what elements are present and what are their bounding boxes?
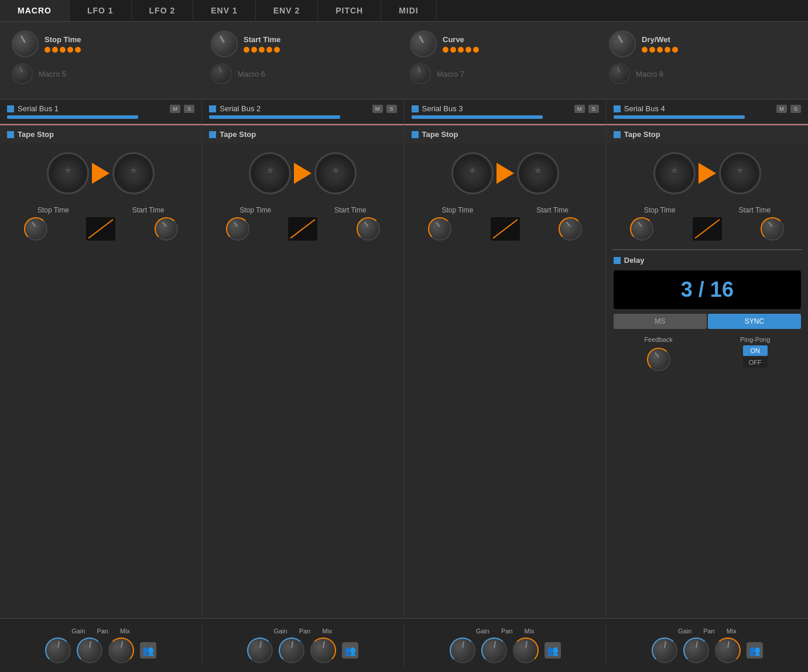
group-icon-3[interactable]: 👥 xyxy=(545,642,561,659)
macro-5-label: Macro 5 xyxy=(39,70,66,78)
gain-knob-2[interactable] xyxy=(247,637,273,663)
pan-label-4: Pan xyxy=(703,628,715,635)
tab-lfo2[interactable]: LFO 2 xyxy=(132,0,194,21)
stop-time-tape-knob-2[interactable] xyxy=(226,217,249,241)
bottom-knobs-4: 👥 xyxy=(652,637,763,663)
sync-button[interactable]: SYNC xyxy=(708,314,801,329)
tape-name-3: Tape Stop xyxy=(422,130,458,139)
macro-group-1: Stop Time Macro 5 xyxy=(12,30,199,90)
reel-left-1[interactable] xyxy=(47,152,89,194)
mix-knob-1[interactable] xyxy=(108,637,134,663)
time-labels-4: Stop Time Start Time xyxy=(607,203,808,214)
stop-time-knob[interactable] xyxy=(12,30,39,57)
pp-off-button[interactable]: OFF xyxy=(743,357,768,368)
stop-time-tape-knob-1[interactable] xyxy=(24,217,47,241)
reel-right-1[interactable] xyxy=(112,152,155,194)
serial-bar-3 xyxy=(412,115,543,119)
serial-header-2: Serial Bus 2 M S xyxy=(209,104,396,113)
dot xyxy=(67,47,73,53)
start-time-tape-knob-2[interactable] xyxy=(357,217,380,241)
knob-row-4 xyxy=(607,214,808,249)
group-icon-4[interactable]: 👥 xyxy=(747,642,763,659)
knob-row-1 xyxy=(0,214,201,249)
pan-label-1: Pan xyxy=(97,628,108,635)
feedback-label: Feedback xyxy=(644,336,672,343)
tape-indicator-4 xyxy=(614,131,621,138)
dot xyxy=(450,47,456,53)
start-time-tape-knob-1[interactable] xyxy=(155,217,178,241)
bottom-col-2: Gain Pan Mix 👥 xyxy=(202,625,404,666)
ping-pong-stack: ON OFF xyxy=(743,345,768,368)
play-btn-4[interactable] xyxy=(699,163,716,184)
dry-wet-knob[interactable] xyxy=(609,30,636,57)
delay-indicator xyxy=(614,257,621,264)
svg-line-2 xyxy=(493,220,518,238)
svg-line-1 xyxy=(290,220,315,238)
curve-knob[interactable] xyxy=(410,30,437,57)
tab-env1[interactable]: ENV 1 xyxy=(193,0,255,21)
group-icon-2[interactable]: 👥 xyxy=(342,642,358,659)
tape-col-2: Tape Stop Stop Time Start Time xyxy=(202,124,404,618)
macro6-knob[interactable] xyxy=(211,63,232,84)
serial-m-btn-3[interactable]: M xyxy=(574,105,585,113)
reel-right-4[interactable] xyxy=(719,152,761,194)
mix-knob-3[interactable] xyxy=(513,637,539,663)
ms-button[interactable]: MS xyxy=(614,314,707,329)
tape-curve-3 xyxy=(491,217,520,241)
dot xyxy=(665,47,670,53)
tab-pitch[interactable]: PITCH xyxy=(318,0,381,21)
start-time-label-1: Start Time xyxy=(132,206,165,214)
pan-knob-2[interactable] xyxy=(279,637,304,663)
serial-s-btn-3[interactable]: S xyxy=(588,105,599,113)
serial-m-btn-4[interactable]: M xyxy=(776,105,787,113)
serial-s-btn-1[interactable]: S xyxy=(184,105,194,113)
macro-3-dots xyxy=(443,47,479,53)
serial-header-3: Serial Bus 3 M S xyxy=(412,104,599,113)
serial-s-btn-2[interactable]: S xyxy=(386,105,397,113)
reel-right-3[interactable] xyxy=(517,152,559,194)
pan-label-3: Pan xyxy=(501,628,513,635)
macro5-knob[interactable] xyxy=(12,63,33,84)
reel-left-3[interactable] xyxy=(451,152,494,194)
pp-on-button[interactable]: ON xyxy=(743,345,768,356)
pan-knob-3[interactable] xyxy=(481,637,507,663)
gain-knob-4[interactable] xyxy=(652,637,677,663)
delay-value: 3 / 16 xyxy=(681,277,734,301)
serial-m-btn-2[interactable]: M xyxy=(372,105,383,113)
pan-knob-4[interactable] xyxy=(683,637,709,663)
reel-right-2[interactable] xyxy=(314,152,357,194)
stop-time-label-1: Stop Time xyxy=(37,206,69,214)
serial-s-btn-4[interactable]: S xyxy=(790,105,801,113)
reel-left-4[interactable] xyxy=(653,152,696,194)
start-time-tape-knob-4[interactable] xyxy=(761,217,784,241)
stop-time-tape-knob-3[interactable] xyxy=(428,217,451,241)
macro8-knob[interactable] xyxy=(609,63,630,84)
play-btn-2[interactable] xyxy=(294,163,311,184)
tab-env2[interactable]: ENV 2 xyxy=(256,0,318,21)
mix-knob-2[interactable] xyxy=(310,637,336,663)
feedback-knob[interactable] xyxy=(647,348,670,371)
serial-m-btn-1[interactable]: M xyxy=(170,105,180,113)
macro-2-label: Start Time xyxy=(244,35,280,44)
pan-knob-1[interactable] xyxy=(77,637,102,663)
tab-midi[interactable]: MIDI xyxy=(381,0,437,21)
mix-knob-4[interactable] xyxy=(715,637,741,663)
tab-lfo1[interactable]: LFO 1 xyxy=(70,0,132,21)
tape-name-2: Tape Stop xyxy=(220,130,256,139)
tab-macro[interactable]: MACRO xyxy=(0,0,70,21)
macro7-knob[interactable] xyxy=(410,63,431,84)
gain-knob-3[interactable] xyxy=(450,637,475,663)
play-btn-3[interactable] xyxy=(497,163,514,184)
start-time-knob[interactable] xyxy=(211,30,238,57)
reel-left-2[interactable] xyxy=(249,152,291,194)
start-time-tape-knob-3[interactable] xyxy=(559,217,582,241)
bottom-knobs-2: 👥 xyxy=(247,637,358,663)
macro-4-label: Dry/Wet xyxy=(642,35,678,44)
play-btn-1[interactable] xyxy=(92,163,109,184)
gain-knob-1[interactable] xyxy=(45,637,71,663)
stop-time-tape-knob-4[interactable] xyxy=(630,217,653,241)
dot xyxy=(266,47,272,53)
group-icon-1[interactable]: 👥 xyxy=(140,642,156,659)
macro-group-4: Dry/Wet Macro 8 xyxy=(609,30,796,90)
time-labels-1: Stop Time Start Time xyxy=(0,203,201,214)
